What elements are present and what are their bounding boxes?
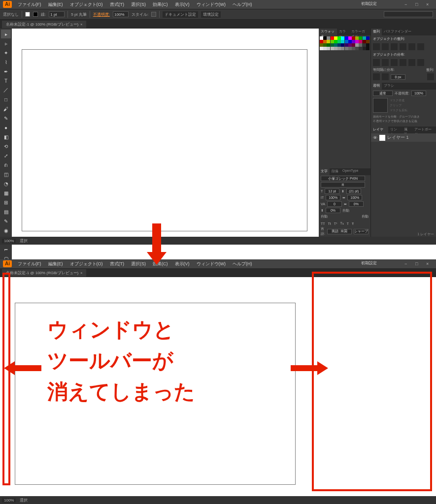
menu-select[interactable]: 選択(S) bbox=[128, 0, 149, 9]
close-tab-icon[interactable]: × bbox=[80, 23, 82, 26]
align-left-icon[interactable] bbox=[373, 43, 380, 50]
opacity-panel-input[interactable] bbox=[411, 91, 426, 96]
lasso-tool[interactable]: ⌇ bbox=[1, 58, 11, 66]
blend-mode-dropdown[interactable] bbox=[373, 91, 393, 96]
eraser-tool[interactable]: ◧ bbox=[1, 132, 11, 141]
document-tab[interactable]: 名称未設定-1 @ 100% (RGB/プレビュー) × bbox=[2, 21, 86, 28]
menu-file[interactable]: ファイル(F) bbox=[15, 0, 44, 9]
magic-wand-tool[interactable]: ✦ bbox=[1, 48, 11, 57]
menu-help[interactable]: ヘルプ(H) bbox=[230, 0, 255, 9]
links-tab[interactable]: リンク bbox=[388, 126, 402, 133]
char-icon-4[interactable]: T₁ bbox=[340, 221, 343, 225]
free-transform-tool[interactable]: ◫ bbox=[1, 170, 11, 179]
line-tool[interactable]: ／ bbox=[1, 86, 11, 94]
blend-tool[interactable]: ◉ bbox=[1, 226, 11, 235]
font-size-input[interactable] bbox=[325, 189, 339, 194]
char-icon-5[interactable]: T bbox=[347, 222, 349, 225]
character-tab[interactable]: 文字 bbox=[319, 168, 330, 175]
menu-type[interactable]: 書式(T) bbox=[107, 0, 128, 9]
direct-selection-tool[interactable]: ▹ bbox=[1, 39, 11, 48]
menu-edit[interactable]: 編集(E) bbox=[45, 0, 66, 9]
dist-right-icon[interactable] bbox=[417, 59, 424, 66]
dist-hcenter-icon[interactable] bbox=[408, 59, 415, 66]
opacity-thumb[interactable] bbox=[373, 98, 388, 113]
dist-top-icon[interactable] bbox=[373, 59, 380, 66]
char-icon-2[interactable]: Tt bbox=[328, 222, 331, 225]
dist-vspace-icon[interactable] bbox=[373, 73, 380, 80]
zoom-level-b[interactable]: 100% bbox=[2, 498, 16, 503]
font-style-dropdown[interactable] bbox=[321, 182, 365, 188]
brush-tab[interactable]: ブラシ bbox=[382, 83, 396, 90]
font-family-dropdown[interactable] bbox=[321, 176, 365, 181]
opentype-tab[interactable]: OpenType bbox=[340, 168, 360, 175]
pathfinder-tab[interactable]: パスファインダー bbox=[382, 29, 413, 35]
close-icon[interactable]: × bbox=[426, 2, 431, 7]
visibility-icon[interactable]: 👁 bbox=[373, 135, 377, 140]
scale-tool[interactable]: ⤢ bbox=[1, 151, 11, 160]
align-hcenter-icon[interactable] bbox=[382, 43, 389, 50]
menu-select-b[interactable]: 選択(S) bbox=[128, 260, 149, 268]
antialias-dropdown[interactable] bbox=[354, 229, 369, 234]
blob-brush-tool[interactable]: ● bbox=[1, 123, 11, 132]
stroke-width-input[interactable] bbox=[49, 11, 65, 17]
minimize-icon-b[interactable]: − bbox=[404, 261, 409, 266]
style-swatch[interactable] bbox=[151, 12, 156, 17]
selection-tool[interactable]: ▸ bbox=[1, 30, 11, 38]
close-icon-b[interactable]: × bbox=[426, 261, 431, 266]
tracking-input[interactable] bbox=[349, 201, 364, 207]
align-vcenter-icon[interactable] bbox=[408, 43, 415, 50]
workspace-switcher[interactable]: 初期設定 bbox=[361, 1, 377, 6]
zoom-level[interactable]: 100% bbox=[2, 239, 16, 243]
language-dropdown[interactable] bbox=[327, 229, 352, 234]
vscale-input[interactable] bbox=[326, 195, 340, 200]
align-tab[interactable]: 整列 bbox=[371, 29, 382, 35]
artboard[interactable] bbox=[22, 49, 307, 231]
menu-object[interactable]: オブジェクト(O) bbox=[67, 0, 106, 9]
swatch-grid[interactable] bbox=[319, 35, 370, 51]
menu-help-b[interactable]: ヘルプ(H) bbox=[230, 260, 255, 268]
opacity-label[interactable]: 不透明度: bbox=[93, 12, 110, 17]
color-tab[interactable]: カラー bbox=[337, 29, 349, 35]
attributes-tab[interactable]: 属性 bbox=[402, 126, 412, 133]
dist-bottom-icon[interactable] bbox=[391, 59, 398, 66]
leading-input[interactable] bbox=[346, 189, 361, 194]
color-guide-tab[interactable]: カラーガイド bbox=[349, 29, 370, 35]
char-icon-6[interactable]: Ŧ bbox=[352, 222, 354, 225]
dist-hspace-icon[interactable] bbox=[382, 73, 389, 80]
paintbrush-tool[interactable]: 🖌 bbox=[1, 104, 11, 113]
dist-vcenter-icon[interactable] bbox=[382, 59, 389, 66]
menu-type-b[interactable]: 書式(T) bbox=[107, 260, 128, 268]
kerning-input[interactable] bbox=[327, 201, 342, 207]
menu-edit-b[interactable]: 編集(E) bbox=[45, 260, 66, 268]
char-icon-1[interactable]: TT bbox=[321, 222, 325, 225]
artboards-tab[interactable]: アートボード bbox=[412, 126, 436, 133]
align-bottom-icon[interactable] bbox=[417, 43, 424, 50]
eyedropper-tool[interactable]: ✎ bbox=[1, 217, 11, 225]
rectangle-tool[interactable]: □ bbox=[1, 95, 11, 104]
pencil-tool[interactable]: ✎ bbox=[1, 114, 11, 123]
menu-window[interactable]: ウィンドウ(W) bbox=[194, 0, 229, 9]
search-input[interactable] bbox=[384, 11, 433, 17]
menu-file-b[interactable]: ファイル(F) bbox=[15, 260, 44, 268]
workspace-switcher-b[interactable]: 初期設定 bbox=[361, 260, 377, 266]
dist-left-icon[interactable] bbox=[400, 59, 406, 66]
env-setup-button[interactable]: 環境設定 bbox=[201, 11, 221, 18]
swatches-tab[interactable]: スウォッチ bbox=[319, 29, 337, 35]
menu-view-b[interactable]: 表示(V) bbox=[172, 260, 193, 268]
rotate-tool[interactable]: ⟲ bbox=[1, 142, 11, 151]
baseline-input[interactable] bbox=[326, 208, 340, 213]
column-graph-tool[interactable]: ⫭ bbox=[1, 245, 11, 253]
layers-tab[interactable]: レイヤー bbox=[371, 126, 388, 133]
width-tool[interactable]: ⫙ bbox=[1, 160, 11, 169]
align-right-icon[interactable] bbox=[391, 43, 398, 50]
menu-effect[interactable]: 効果(C) bbox=[150, 0, 171, 9]
pen-tool[interactable]: ✒ bbox=[1, 67, 11, 76]
mesh-tool[interactable]: ⊞ bbox=[1, 198, 11, 207]
document-tab-b[interactable]: 名称未設定-1 @ 100% (RGB/プレビュー) × bbox=[2, 269, 86, 277]
type-tool[interactable]: T bbox=[1, 76, 11, 85]
minimize-icon[interactable]: − bbox=[404, 2, 409, 7]
menu-view[interactable]: 表示(V) bbox=[172, 0, 193, 9]
shape-builder-tool[interactable]: ◔ bbox=[1, 179, 11, 188]
align-to-button[interactable] bbox=[427, 73, 434, 80]
spacing-input[interactable] bbox=[391, 74, 405, 80]
